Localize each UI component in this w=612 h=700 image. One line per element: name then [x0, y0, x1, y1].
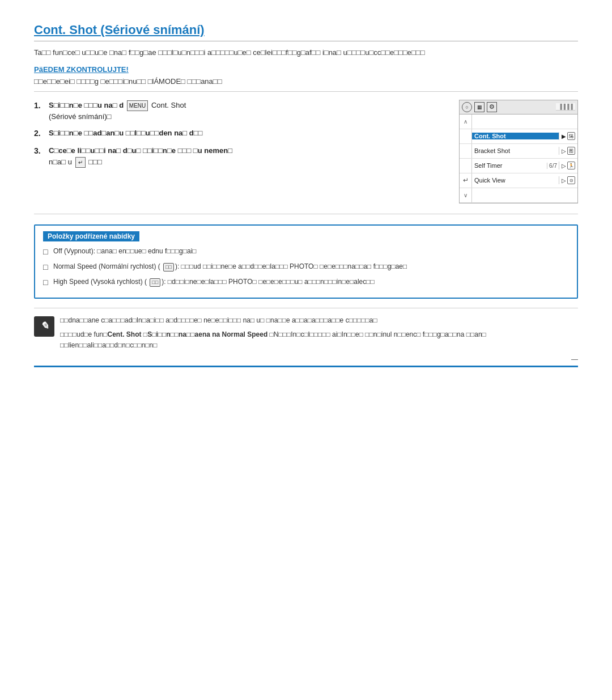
camera-panel: ○ ▦ ⚙ ▐▐▐▐ ∧ Cont. Shot ▶ 隔 — [459, 100, 578, 203]
camera-settings-icon: ⚙ — [487, 102, 497, 112]
note-box: ✎ □□dna□□ane c□a□□□ad□In□a□i□□ a□d□□□□e□… — [34, 308, 578, 355]
cam-row-bracket-shot[interactable]: Bracket Shot ▷ 图 — [460, 144, 577, 159]
intro-text: Ta□□ fun□ce□ u□□u□e □na□ f□□g□ae □□□l□u□… — [34, 47, 578, 58]
submenu-box: Položky podřízené nabídky □ Off (Vypnout… — [34, 224, 578, 299]
step-3: 3. C□ce□e li□□u□□i na□ d□u□ □□i□□n□e □□□… — [34, 145, 450, 168]
submenu-item-off: □ Off (Vypnout): □ana□ en□□ue□ ednu f□□□… — [43, 246, 569, 258]
cam-icons: ○ ▦ ⚙ — [462, 102, 497, 112]
return-icon: ↵ — [75, 157, 86, 168]
cam-counter-self-timer: 6/7 — [547, 163, 559, 169]
submenu-title: Položky podřízené nabídky — [43, 231, 139, 241]
camera-mode-icon: ○ — [462, 102, 472, 112]
menu-icon: MENU — [127, 100, 148, 111]
cam-action-quick-view: ▷ ⊙ — [559, 176, 577, 184]
cam-mode-bar: ▐▐▐▐ — [556, 103, 575, 111]
check-text: □□e□□e□ei□ □□□□g □e□□□i□nu□□ □lÁMODE□ □□… — [34, 77, 578, 92]
cam-icon-timer: 🏃 — [567, 162, 575, 169]
cam-action-self-timer: ▷ 🏃 — [559, 162, 577, 169]
cam-icon-cont: 隔 — [567, 132, 575, 140]
note-icon: ✎ — [34, 316, 54, 337]
steps-list: 1. S□i□□n□e □□□u na□ d MENU Cont. Shot(S… — [34, 100, 450, 203]
bottom-bar: — — [34, 366, 578, 367]
step-2: 2. S□i□□n□e □□ad□an□u □□l□□u□□den na□ d□… — [34, 128, 450, 139]
note-para-1: □□dna□□ane c□a□□□ad□In□a□i□□ a□d□□□□e□ n… — [60, 315, 578, 326]
step-1: 1. S□i□□n□e □□□u na□ d MENU Cont. Shot(S… — [34, 100, 450, 122]
note-para-2: □□□□ud□e fun□Cent. Shot □S□i□□n□□na□□aen… — [60, 329, 578, 351]
cam-row-self-timer[interactable]: Self Timer 6/7 ▷ 🏃 — [460, 159, 577, 173]
cam-label-bracket-shot: Bracket Shot — [472, 147, 559, 154]
normal-speed-icon: □□ — [163, 263, 174, 272]
submenu-item-high: □ High Speed (Vysoká rychlost) ( □□): □d… — [43, 277, 569, 289]
cam-row-cont-shot[interactable]: Cont. Shot ▶ 隔 — [460, 129, 577, 144]
page-title: Cont. Shot (Sériové snímání) — [34, 23, 578, 41]
high-speed-icon: □□ — [150, 278, 160, 287]
check-header: PäEDEM ZKONTROLUJTE! — [34, 65, 578, 74]
submenu-item-normal: □ Normal Speed (Normální rychlost) ( □□)… — [43, 261, 569, 273]
camera-image-icon: ▦ — [474, 102, 484, 112]
cam-down-arrow: ∨ — [464, 192, 468, 198]
note-content: □□dna□□ane c□a□□□ad□In□a□i□□ a□d□□□□e□ n… — [60, 315, 578, 355]
cam-up-arrow: ∧ — [464, 118, 468, 125]
cam-label-quick-view: Quick View — [472, 177, 559, 184]
camera-panel-header: ○ ▦ ⚙ ▐▐▐▐ — [460, 100, 577, 114]
cam-nav-up: ∧ — [460, 114, 577, 129]
cam-icon-bracket: 图 — [567, 147, 575, 155]
cam-icon-quick: ⊙ — [567, 176, 575, 184]
cam-row-quick-view[interactable]: ↵ Quick View ▷ ⊙ — [460, 173, 577, 188]
cam-back-arrow: ↵ — [460, 173, 472, 188]
cam-label-self-timer: Self Timer — [472, 162, 547, 169]
camera-rows: ∧ Cont. Shot ▶ 隔 Bracket Shot ▷ 图 — [460, 114, 577, 203]
cam-label-cont-shot: Cont. Shot — [472, 133, 559, 139]
cam-nav-down: ∨ — [460, 188, 577, 203]
cam-action-cont-shot: ▶ 隔 — [559, 132, 577, 140]
cam-mode-indicator: ▐▐▐▐ — [558, 104, 573, 109]
cam-action-bracket-shot: ▷ 图 — [559, 147, 577, 155]
page-number: — — [571, 355, 578, 363]
